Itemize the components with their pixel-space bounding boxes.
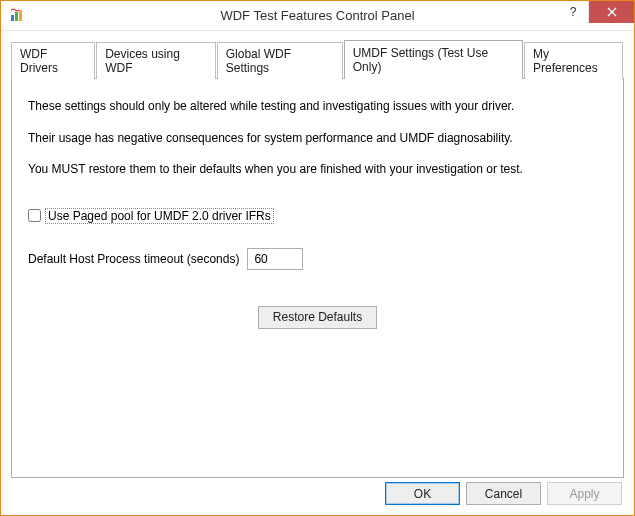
paged-pool-checkbox[interactable] <box>28 209 41 222</box>
tab-wdf-drivers[interactable]: WDF Drivers <box>11 42 95 79</box>
apply-button[interactable]: Apply <box>547 482 622 505</box>
svg-rect-1 <box>15 12 18 21</box>
restore-defaults-button[interactable]: Restore Defaults <box>258 306 377 329</box>
window-title: WDF Test Features Control Panel <box>1 8 634 23</box>
tab-strip: WDF Drivers Devices using WDF Global WDF… <box>11 39 624 78</box>
cancel-button[interactable]: Cancel <box>466 482 541 505</box>
info-paragraph-3: You MUST restore them to their defaults … <box>28 162 607 178</box>
svg-rect-2 <box>19 10 22 21</box>
timeout-label: Default Host Process timeout (seconds) <box>28 252 239 266</box>
svg-rect-0 <box>11 15 14 21</box>
tab-label: WDF Drivers <box>20 47 58 75</box>
tab-my-preferences[interactable]: My Preferences <box>524 42 623 79</box>
tab-label: Devices using WDF <box>105 47 180 75</box>
title-bar: WDF Test Features Control Panel ? <box>1 1 634 31</box>
timeout-row: Default Host Process timeout (seconds) <box>28 248 607 270</box>
paged-pool-checkbox-label[interactable]: Use Paged pool for UMDF 2.0 driver IFRs <box>45 208 274 224</box>
window-controls: ? <box>558 1 634 23</box>
ok-button[interactable]: OK <box>385 482 460 505</box>
tab-devices-using-wdf[interactable]: Devices using WDF <box>96 42 216 79</box>
info-paragraph-1: These settings should only be altered wh… <box>28 99 607 115</box>
close-icon <box>607 7 617 17</box>
help-button[interactable]: ? <box>558 1 588 23</box>
info-paragraph-2: Their usage has negative consequences fo… <box>28 131 607 147</box>
tab-label: My Preferences <box>533 47 598 75</box>
paged-pool-checkbox-row: Use Paged pool for UMDF 2.0 driver IFRs <box>28 208 274 224</box>
tab-label: UMDF Settings (Test Use Only) <box>353 46 488 74</box>
tab-label: Global WDF Settings <box>226 47 291 75</box>
close-button[interactable] <box>588 1 634 23</box>
dialog-button-row: OK Cancel Apply <box>385 482 622 505</box>
help-icon: ? <box>570 5 577 19</box>
client-area: WDF Drivers Devices using WDF Global WDF… <box>1 31 634 515</box>
timeout-input[interactable] <box>247 248 303 270</box>
restore-defaults-row: Restore Defaults <box>28 306 607 329</box>
tab-global-wdf-settings[interactable]: Global WDF Settings <box>217 42 343 79</box>
tab-umdf-settings[interactable]: UMDF Settings (Test Use Only) <box>344 40 523 79</box>
app-icon <box>9 8 25 24</box>
tab-panel-umdf-settings: These settings should only be altered wh… <box>11 78 624 478</box>
